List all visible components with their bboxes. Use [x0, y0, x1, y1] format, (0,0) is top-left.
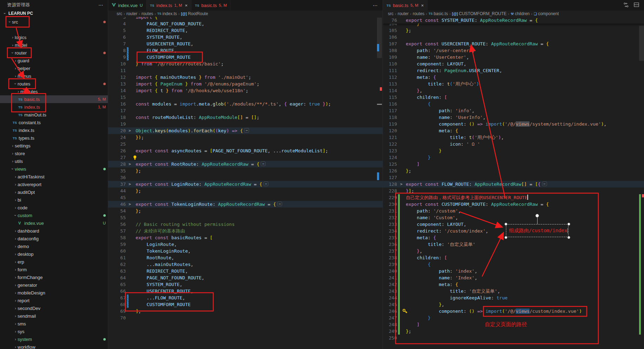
sidebar-item-helper[interactable]: ›helper	[0, 64, 108, 72]
sidebar-item-logics[interactable]: ›logics	[0, 33, 108, 41]
fold-ellipsis[interactable]: ⋯	[261, 161, 266, 166]
sidebar-item-views[interactable]: ›views	[0, 165, 108, 173]
explorer-more-icon[interactable]: ⋯	[98, 2, 104, 8]
sidebar-item-activereport[interactable]: ›activereport	[0, 180, 108, 188]
more-actions-icon[interactable]: ⋯	[373, 2, 378, 8]
breadcrumb-separator: ›	[410, 12, 411, 16]
sidebar-item-sendmail[interactable]: ›sendmail	[0, 312, 108, 320]
code-text: };	[136, 208, 141, 214]
line-number: 17	[108, 107, 126, 114]
fold-ellipsis[interactable]: ⋯	[542, 182, 547, 186]
sidebar-item-dashboard[interactable]: ›dashboard	[0, 227, 108, 235]
sidebar-item-index.ts[interactable]: TSindex.ts1, M	[0, 103, 108, 111]
sidebar-item-index.ts[interactable]: TSindex.ts	[0, 126, 108, 134]
sidebar-item-mobileDesign[interactable]: ›mobileDesign	[0, 289, 108, 297]
sidebar-item-menus[interactable]: ›menus	[0, 72, 108, 80]
sidebar-item-modules[interactable]: ›modules	[0, 88, 108, 95]
right-overview-ruler[interactable]	[639, 17, 644, 349]
breadcrumb-item-router[interactable]: router	[398, 11, 409, 16]
line-number: 237	[383, 248, 397, 254]
fold-chevron-icon[interactable]: >	[129, 201, 131, 208]
sidebar-item-sys[interactable]: ›sys	[0, 328, 108, 335]
fold-ellipsis[interactable]: ⋯	[277, 202, 282, 206]
scrollbar-slider[interactable]	[639, 26, 644, 61]
code-text: };	[406, 27, 411, 34]
sidebar-item-router[interactable]: ›router	[0, 49, 108, 57]
sidebar-item-code[interactable]: ›code	[0, 204, 108, 211]
tab-index.vue[interactable]: index.vueU	[108, 0, 147, 11]
line-number: 10	[108, 61, 126, 67]
fold-chevron-icon[interactable]: >	[129, 127, 131, 134]
group-separator[interactable]	[383, 0, 383, 349]
sidebar-item-bi[interactable]: ›bi	[0, 196, 108, 204]
sidebar-item-formChange[interactable]: ›formChange	[0, 273, 108, 281]
breadcrumb-item-src[interactable]: src	[388, 11, 393, 16]
close-icon[interactable]: ×	[421, 3, 424, 8]
sidebar-item-custom[interactable]: ›custom	[0, 211, 108, 219]
editor-basic-ts[interactable]: 76export const SYSTEM_ROUTE: AppRouteRec…	[383, 17, 644, 349]
code-text: PAGE_NOT_FOUND_ROUTE,	[136, 20, 204, 27]
sidebar-item-src[interactable]: ›src	[0, 18, 108, 26]
breadcrumb-item-CUSTOMFORM_ROUTE[interactable]: [@]CUSTOMFORM_ROUTE	[452, 11, 507, 16]
sidebar-item-demo[interactable]: ›demo	[0, 242, 108, 250]
sidebar-item-root[interactable]: › LEARUN PC	[0, 9, 108, 17]
fold-ellipsis[interactable]: ⋯	[264, 182, 268, 186]
line-number: 28	[108, 161, 126, 167]
middle-overview-ruler[interactable]	[377, 17, 382, 349]
fold-chevron-icon[interactable]: >	[400, 181, 403, 188]
editor-index-ts[interactable]: 3import {4 PAGE_NOT_FOUND_ROUTE,5 REDIRE…	[108, 17, 383, 349]
sidebar-item-sms[interactable]: ›sms	[0, 320, 108, 328]
sidebar-item-utils[interactable]: ›utils	[0, 157, 108, 165]
sidebar-item-dataconfig[interactable]: ›dataconfig	[0, 235, 108, 242]
fold-chevron-icon[interactable]: >	[129, 181, 131, 188]
tab-index.ts[interactable]: TSindex.ts1, M×	[147, 0, 191, 11]
code-line-15: 15	[108, 94, 383, 101]
code-text: }];	[406, 188, 414, 194]
chevron-right-icon: ›	[13, 190, 18, 194]
sidebar-item-mainOut.ts[interactable]: TSmainOut.ts	[0, 111, 108, 119]
breadcrumb-item-index.ts[interactable]: TSindex.ts	[157, 11, 177, 16]
breadcrumb-item-src[interactable]: src	[117, 11, 122, 16]
sidebar-item-actHiTaskinst[interactable]: ›actHiTaskinst	[0, 173, 108, 180]
sidebar-item-desktop[interactable]: ›desktop	[0, 250, 108, 258]
breadcrumb-item-basic.ts[interactable]: TSbasic.ts	[429, 11, 448, 16]
sidebar-item-auditOpt[interactable]: ›auditOpt	[0, 188, 108, 196]
tab-basic.ts[interactable]: TSbasic.ts5, M	[191, 0, 231, 11]
fold-chevron-icon[interactable]: >	[129, 161, 131, 167]
breadcrumb-item-routes[interactable]: routes	[142, 11, 153, 16]
scrollbar-slider[interactable]	[377, 18, 382, 58]
sidebar-item-constant.ts[interactable]: TSconstant.ts	[0, 119, 108, 126]
breadcrumb-item-component[interactable]: ❏component	[534, 11, 559, 16]
sidebar-item-routes[interactable]: ›routes	[0, 80, 108, 88]
sidebar-item-report[interactable]: ›report	[0, 297, 108, 304]
sidebar-item-generator[interactable]: ›generator	[0, 281, 108, 289]
sidebar-item-system[interactable]: ›system	[0, 335, 108, 343]
sidebar-item-guard[interactable]: ›guard	[0, 57, 108, 64]
sidebar-item-hidden[interactable]	[0, 26, 108, 33]
sidebar-item-store[interactable]: ›store	[0, 150, 108, 157]
sidebar-item-secondDev[interactable]: ›secondDev	[0, 304, 108, 312]
code-text: path: '/user-center',	[406, 47, 475, 54]
split-editor-icon[interactable]	[634, 2, 639, 8]
line-number: 115	[383, 94, 397, 101]
sidebar-item-model[interactable]: ›model	[0, 41, 108, 49]
fold-ellipsis[interactable]: ⋯	[244, 128, 249, 133]
breadcrumb-item-routes[interactable]: routes	[413, 11, 424, 16]
code-line-28: 28>export const RootRoute: AppRouteRecor…	[108, 161, 383, 167]
sidebar-item-settings[interactable]: ›settings	[0, 142, 108, 150]
breadcrumb-item-RootRoute[interactable]: [@]RootRoute	[181, 11, 208, 16]
lightbulb-icon[interactable]	[133, 155, 137, 160]
sidebar-item-basic.ts[interactable]: TSbasic.ts5, M	[0, 95, 108, 103]
compare-changes-icon[interactable]	[623, 2, 629, 9]
breadcrumb-item-router[interactable]: router	[126, 11, 137, 16]
breadcrumb-item-children[interactable]: ⚒children	[510, 11, 529, 16]
ruler-mark	[377, 104, 382, 105]
close-icon[interactable]: ×	[185, 3, 188, 8]
sidebar-item-form[interactable]: ›form	[0, 266, 108, 273]
sidebar-item-erp[interactable]: ›erp	[0, 258, 108, 266]
sidebar-item-workflow[interactable]: ›workflow	[0, 343, 108, 349]
sidebar-item-types.ts[interactable]: TStypes.ts	[0, 134, 108, 142]
code-line-65: 65 SYSTEM_ROUTE,	[108, 281, 383, 288]
sidebar-item-index.vue[interactable]: Vindex.vueU	[0, 219, 108, 227]
tab-basic.ts[interactable]: TSbasic.ts5, M×	[383, 0, 428, 11]
